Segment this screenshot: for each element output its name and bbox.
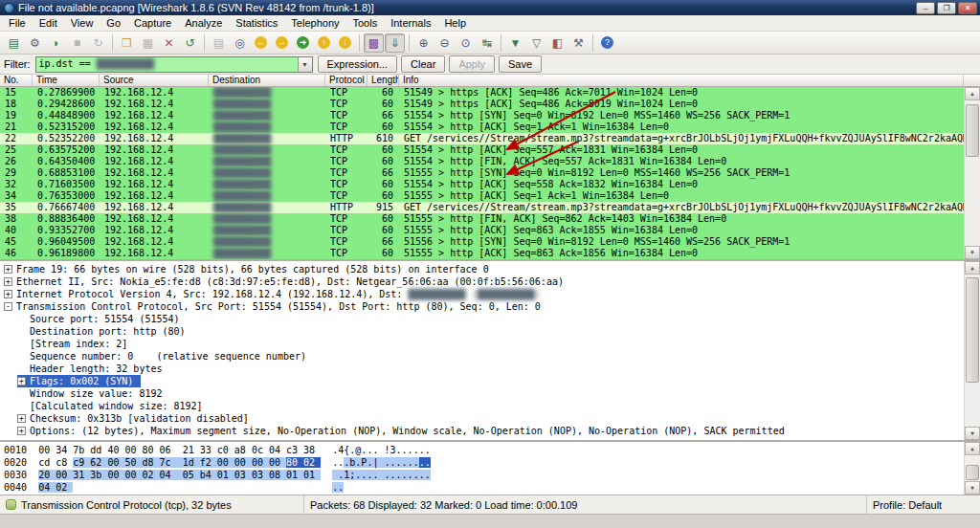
detail-line[interactable]: +Options: (12 bytes), Maximum segment si… <box>0 425 964 437</box>
packet-row-40[interactable]: 400.93352700192.168.12.4██████████TCP605… <box>0 225 964 236</box>
menu-help[interactable]: Help <box>437 16 473 30</box>
packet-row-15[interactable]: 150.27869900192.168.12.4██████████TCP605… <box>0 87 964 99</box>
menu-internals[interactable]: Internals <box>384 16 437 30</box>
help-button[interactable]: ? <box>597 33 617 53</box>
start-capture-button[interactable]: ◗ <box>46 33 66 53</box>
go-forward-button[interactable]: → <box>272 33 292 53</box>
scroll-up-button[interactable]: ▲ <box>965 87 980 100</box>
menu-analyze[interactable]: Analyze <box>178 16 229 30</box>
menu-go[interactable]: Go <box>100 16 127 30</box>
column-header-protocol[interactable]: Protocol <box>325 75 368 86</box>
close-button[interactable]: ✕ <box>958 2 977 14</box>
column-header-time[interactable]: Time <box>33 75 100 86</box>
go-to-top-button[interactable]: ↑ <box>314 33 334 53</box>
menu-view[interactable]: View <box>64 16 100 30</box>
expand-plus-icon[interactable]: + <box>4 277 12 286</box>
detail-line[interactable]: Header length: 32 bytes <box>0 363 964 375</box>
hex-row[interactable]: 0020 cd c8 c9 62 00 50 d8 7c 1d f2 00 00… <box>4 456 964 469</box>
save-button[interactable]: Save <box>499 55 542 73</box>
collapse-minus-icon[interactable]: - <box>4 302 12 311</box>
colorize-toggle[interactable]: ▩ <box>364 33 384 53</box>
packet-row-26[interactable]: 260.64350400192.168.12.4██████████TCP605… <box>0 156 964 167</box>
expand-plus-icon[interactable]: + <box>17 427 26 435</box>
menu-edit[interactable]: Edit <box>33 16 64 30</box>
packet-row-18[interactable]: 180.29428600192.168.12.4██████████TCP605… <box>0 99 964 110</box>
detail-line[interactable]: Window size value: 8192 <box>0 387 964 400</box>
go-to-packet-button[interactable]: ➜ <box>293 33 313 53</box>
column-header-info[interactable]: Info <box>399 75 964 86</box>
hex-scrollbar[interactable]: ▲ ▼ <box>964 442 980 495</box>
detail-line[interactable]: Destination port: http (80) <box>0 325 964 338</box>
menu-file[interactable]: File <box>2 16 33 30</box>
packet-list-scrollbar[interactable]: ▲ ▼ <box>964 87 980 259</box>
preferences-button[interactable]: ⚒ <box>568 33 589 53</box>
filter-input[interactable]: ip.dst == ██████████ <box>36 57 298 72</box>
capture-filters-button[interactable]: ▼ <box>505 33 525 53</box>
menu-telephony[interactable]: Telephony <box>284 16 345 30</box>
scroll-up-button[interactable]: ▲ <box>965 261 980 275</box>
hex-row[interactable]: 0030 20 00 31 3b 00 00 02 04 05 b4 01 03… <box>4 469 964 481</box>
packet-row-29[interactable]: 290.68853100192.168.12.4██████████TCP665… <box>0 167 964 179</box>
packet-row-22[interactable]: 220.52352200192.168.12.4██████████HTTP61… <box>0 133 964 144</box>
title-bar[interactable]: File not available.pcapng [Wireshark 1.8… <box>0 0 980 15</box>
packet-row-21[interactable]: 210.52315200192.168.12.4██████████TCP605… <box>0 121 964 133</box>
maximize-button[interactable]: ❐ <box>937 2 956 14</box>
go-back-button[interactable]: ← <box>251 33 271 53</box>
open-file-button[interactable]: ❒ <box>117 33 137 53</box>
packet-row-46[interactable]: 460.96189800192.168.12.4██████████TCP605… <box>0 248 964 259</box>
menu-statistics[interactable]: Statistics <box>229 16 284 30</box>
status-profile[interactable]: Profile: Default <box>867 495 980 514</box>
list-interfaces-button[interactable]: ▤ <box>4 33 24 53</box>
packet-row-34[interactable]: 340.76353000192.168.12.4██████████TCP605… <box>0 190 964 202</box>
detail-line[interactable]: [Stream index: 2] <box>0 338 964 350</box>
hex-row[interactable]: 0010 00 34 7b dd 40 00 80 06 21 33 c0 a8… <box>4 444 964 456</box>
packet-row-35[interactable]: 350.76667400192.168.12.4██████████HTTP91… <box>0 202 964 213</box>
reload-button[interactable]: ↺ <box>180 33 200 53</box>
go-to-bottom-button[interactable]: ↓ <box>335 33 355 53</box>
detail-line[interactable]: -Transmission Control Protocol, Src Port… <box>0 300 964 313</box>
zoom-100-button[interactable]: ⊙ <box>456 33 476 53</box>
scroll-thumb[interactable] <box>966 104 979 157</box>
detail-line[interactable]: Sequence number: 0 (relative sequence nu… <box>0 350 964 363</box>
column-header-source[interactable]: Source <box>100 75 209 86</box>
autoscroll-toggle[interactable]: ⇓ <box>385 33 405 53</box>
scroll-up-button[interactable]: ▲ <box>965 442 980 455</box>
column-header-no[interactable]: No. <box>0 75 33 86</box>
details-scrollbar[interactable]: ▲ ▼ <box>964 261 980 440</box>
capture-options-button[interactable]: ⚙ <box>25 33 45 53</box>
column-header-length[interactable]: Length <box>368 75 399 86</box>
packet-row-45[interactable]: 450.96049500192.168.12.4██████████TCP665… <box>0 236 964 248</box>
expand-plus-icon[interactable]: + <box>17 414 26 423</box>
hex-row[interactable]: 0040 04 02 .. <box>4 481 964 494</box>
zoom-in-button[interactable]: ⊕ <box>413 33 434 53</box>
filter-dropdown-button[interactable]: ▼ <box>298 57 312 72</box>
detail-line[interactable]: +Ethernet II, Src: Nokia_e5:fe:d8 (c8:3d… <box>0 275 964 288</box>
detail-line[interactable]: +Checksum: 0x313b [validation disabled] <box>0 412 964 425</box>
expand-plus-icon[interactable]: + <box>4 265 12 274</box>
clear-button[interactable]: Clear <box>401 55 445 73</box>
resize-columns-button[interactable]: ↹ <box>477 33 497 53</box>
packet-row-32[interactable]: 320.71603500192.168.12.4██████████TCP605… <box>0 179 964 190</box>
find-packet-button[interactable]: ◎ <box>230 33 250 53</box>
display-filters-button[interactable]: ▽ <box>526 33 546 53</box>
scroll-down-button[interactable]: ▼ <box>965 427 980 440</box>
menu-capture[interactable]: Capture <box>127 16 178 30</box>
detail-line[interactable]: +Internet Protocol Version 4, Src: 192.1… <box>0 288 964 300</box>
coloring-rules-button[interactable]: ◧ <box>547 33 568 53</box>
detail-line[interactable]: Source port: 51554 (51554) <box>0 313 964 325</box>
expression-button[interactable]: Expression... <box>318 55 398 73</box>
scroll-down-button[interactable]: ▼ <box>965 481 980 495</box>
column-header-destination[interactable]: Destination <box>209 75 325 86</box>
detail-line[interactable]: +Flags: 0x002 (SYN) <box>0 375 964 387</box>
menu-tools[interactable]: Tools <box>346 16 385 30</box>
scroll-thumb[interactable] <box>966 277 979 383</box>
scroll-down-button[interactable]: ▼ <box>965 246 980 259</box>
detail-line[interactable]: [Calculated window size: 8192] <box>0 400 964 412</box>
detail-line[interactable]: +Frame 19: 66 bytes on wire (528 bits), … <box>0 263 964 275</box>
close-file-button[interactable]: ✕ <box>159 33 179 53</box>
zoom-out-button[interactable]: ⊖ <box>434 33 455 53</box>
expand-plus-icon[interactable]: + <box>17 377 26 385</box>
expand-plus-icon[interactable]: + <box>4 290 12 298</box>
packet-row-38[interactable]: 380.88836400192.168.12.4██████████TCP605… <box>0 213 964 225</box>
packet-row-19[interactable]: 190.44848900192.168.12.4██████████TCP665… <box>0 110 964 121</box>
